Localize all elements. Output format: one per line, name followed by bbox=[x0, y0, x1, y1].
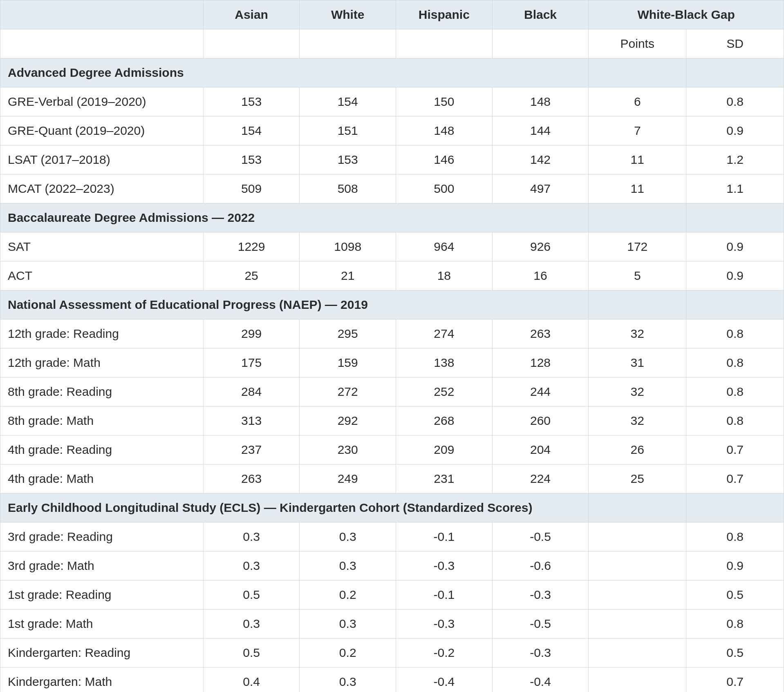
data-table: Asian White Hispanic Black White-Black G… bbox=[0, 0, 784, 692]
row-value: 0.3 bbox=[203, 522, 300, 551]
row-value: 0.4 bbox=[203, 667, 300, 692]
row-label: 4th grade: Math bbox=[0, 464, 204, 493]
row-value: 154 bbox=[300, 87, 396, 116]
row-label: ACT bbox=[0, 261, 204, 290]
row-value: 142 bbox=[492, 145, 589, 174]
table-row: GRE-Quant (2019–2020)15415114814470.9 bbox=[0, 116, 784, 145]
row-gap-sd: 0.8 bbox=[686, 609, 784, 638]
row-value: -0.2 bbox=[396, 638, 493, 667]
section-empty-points bbox=[589, 203, 686, 232]
row-value: 0.5 bbox=[203, 638, 300, 667]
row-gap-sd: 0.8 bbox=[686, 87, 784, 116]
row-gap-points: 26 bbox=[589, 435, 686, 464]
table-row: ACT2521181650.9 bbox=[0, 261, 784, 290]
row-value: 209 bbox=[396, 435, 493, 464]
row-value: 295 bbox=[300, 319, 396, 348]
row-value: 508 bbox=[300, 174, 396, 203]
row-value: 148 bbox=[492, 87, 589, 116]
header-black: Black bbox=[492, 0, 589, 29]
table-row: Kindergarten: Reading0.50.2-0.2-0.30.5 bbox=[0, 638, 784, 667]
row-value: 497 bbox=[492, 174, 589, 203]
row-value: 231 bbox=[396, 464, 493, 493]
row-value: 151 bbox=[300, 116, 396, 145]
row-gap-points: 5 bbox=[589, 261, 686, 290]
header-row-2: Points SD bbox=[0, 29, 784, 58]
row-value: 224 bbox=[492, 464, 589, 493]
table-row: 12th grade: Reading299295274263320.8 bbox=[0, 319, 784, 348]
row-gap-points bbox=[589, 580, 686, 609]
row-value: 0.3 bbox=[203, 609, 300, 638]
subheader-blank-3 bbox=[300, 29, 396, 58]
section-title: Baccalaureate Degree Admissions — 2022 bbox=[0, 203, 589, 232]
row-gap-sd: 0.9 bbox=[686, 261, 784, 290]
row-gap-points: 6 bbox=[589, 87, 686, 116]
row-gap-sd: 0.7 bbox=[686, 667, 784, 692]
row-label: Kindergarten: Reading bbox=[0, 638, 204, 667]
row-label: LSAT (2017–2018) bbox=[0, 145, 204, 174]
table-row: 8th grade: Reading284272252244320.8 bbox=[0, 377, 784, 406]
section-header: Advanced Degree Admissions bbox=[0, 58, 784, 87]
row-value: 964 bbox=[396, 232, 493, 261]
subheader-blank-2 bbox=[203, 29, 300, 58]
header-row-1: Asian White Hispanic Black White-Black G… bbox=[0, 0, 784, 29]
section-empty-sd bbox=[686, 493, 784, 522]
row-value: 0.3 bbox=[300, 667, 396, 692]
row-gap-points: 11 bbox=[589, 145, 686, 174]
row-label: SAT bbox=[0, 232, 204, 261]
row-value: -0.3 bbox=[492, 638, 589, 667]
table-row: 3rd grade: Math0.30.3-0.3-0.60.9 bbox=[0, 551, 784, 580]
section-empty-points bbox=[589, 493, 686, 522]
row-gap-points: 31 bbox=[589, 348, 686, 377]
row-label: 1st grade: Reading bbox=[0, 580, 204, 609]
row-gap-sd: 0.8 bbox=[686, 406, 784, 435]
row-label: 8th grade: Reading bbox=[0, 377, 204, 406]
row-gap-points bbox=[589, 609, 686, 638]
section-title: Early Childhood Longitudinal Study (ECLS… bbox=[0, 493, 589, 522]
row-value: 244 bbox=[492, 377, 589, 406]
row-value: 144 bbox=[492, 116, 589, 145]
row-value: -0.3 bbox=[492, 580, 589, 609]
row-value: 0.3 bbox=[300, 609, 396, 638]
table-row: 12th grade: Math175159138128310.8 bbox=[0, 348, 784, 377]
section-header: National Assessment of Educational Progr… bbox=[0, 290, 784, 319]
row-value: 1098 bbox=[300, 232, 396, 261]
row-value: 153 bbox=[203, 87, 300, 116]
row-value: -0.4 bbox=[396, 667, 493, 692]
row-value: 25 bbox=[203, 261, 300, 290]
header-hispanic: Hispanic bbox=[396, 0, 493, 29]
row-gap-sd: 0.5 bbox=[686, 580, 784, 609]
row-gap-points: 32 bbox=[589, 319, 686, 348]
row-label: 1st grade: Math bbox=[0, 609, 204, 638]
row-value: 509 bbox=[203, 174, 300, 203]
table-row: MCAT (2022–2023)509508500497111.1 bbox=[0, 174, 784, 203]
row-gap-points: 172 bbox=[589, 232, 686, 261]
header-gap: White-Black Gap bbox=[589, 0, 784, 29]
row-value: 292 bbox=[300, 406, 396, 435]
row-value: 150 bbox=[396, 87, 493, 116]
row-value: 0.5 bbox=[203, 580, 300, 609]
subheader-blank-4 bbox=[396, 29, 493, 58]
row-gap-sd: 0.8 bbox=[686, 377, 784, 406]
header-asian: Asian bbox=[203, 0, 300, 29]
row-value: 18 bbox=[396, 261, 493, 290]
row-value: 0.3 bbox=[300, 551, 396, 580]
row-gap-sd: 0.5 bbox=[686, 638, 784, 667]
row-value: 263 bbox=[492, 319, 589, 348]
table-row: SAT122910989649261720.9 bbox=[0, 232, 784, 261]
row-label: 12th grade: Reading bbox=[0, 319, 204, 348]
row-label: MCAT (2022–2023) bbox=[0, 174, 204, 203]
section-empty-points bbox=[589, 290, 686, 319]
table-row: 1st grade: Math0.30.3-0.3-0.50.8 bbox=[0, 609, 784, 638]
subheader-blank-5 bbox=[492, 29, 589, 58]
row-value: 252 bbox=[396, 377, 493, 406]
subheader-sd: SD bbox=[686, 29, 784, 58]
row-value: -0.3 bbox=[396, 551, 493, 580]
row-value: 1229 bbox=[203, 232, 300, 261]
row-label: Kindergarten: Math bbox=[0, 667, 204, 692]
row-value: -0.5 bbox=[492, 609, 589, 638]
row-gap-points bbox=[589, 551, 686, 580]
section-title: Advanced Degree Admissions bbox=[0, 58, 589, 87]
row-value: 313 bbox=[203, 406, 300, 435]
row-gap-points: 25 bbox=[589, 464, 686, 493]
row-value: 0.3 bbox=[203, 551, 300, 580]
